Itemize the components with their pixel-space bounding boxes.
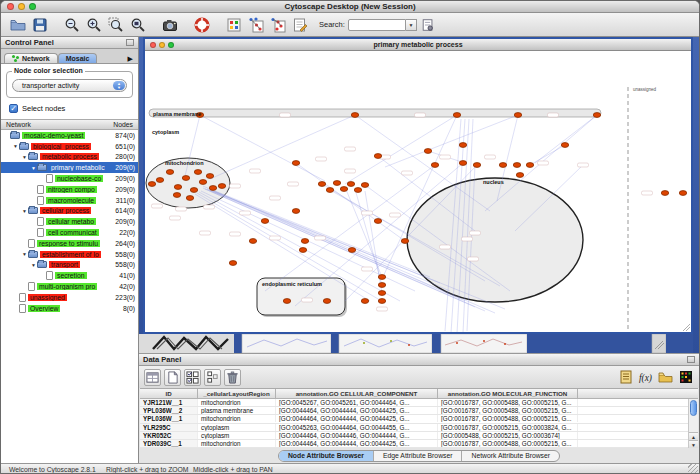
- zoom-selected-icon[interactable]: [105, 15, 127, 35]
- tree-row[interactable]: nitrogen compo209(0): [1, 184, 138, 195]
- column-header[interactable]: annotation.GO CELLULAR_COMPONENT: [276, 389, 438, 398]
- formula-icon[interactable]: f(x): [637, 369, 654, 386]
- graph-node[interactable]: [292, 161, 299, 166]
- graph-node[interactable]: [218, 184, 225, 189]
- graph-node[interactable]: [459, 161, 466, 166]
- scroll-down-icon[interactable]: ▼: [689, 440, 698, 448]
- graph-node[interactable]: [516, 173, 523, 178]
- graph-node[interactable]: [199, 180, 206, 185]
- tab-mosaic[interactable]: Mosaic: [58, 53, 98, 63]
- create-attribute-icon[interactable]: [164, 369, 181, 386]
- graph-node[interactable]: [513, 163, 520, 168]
- zoom-fit-icon[interactable]: [127, 15, 149, 35]
- save-icon[interactable]: [29, 15, 51, 35]
- graph-node[interactable]: [166, 170, 173, 175]
- help-icon[interactable]: [191, 15, 213, 35]
- float-panel-icon[interactable]: [126, 39, 134, 46]
- select-attributes-icon[interactable]: [144, 369, 161, 386]
- graph-node[interactable]: [186, 196, 193, 201]
- graph-node[interactable]: [361, 299, 368, 304]
- graph-node[interactable]: [378, 299, 385, 304]
- graph-node[interactable]: [378, 275, 385, 280]
- graph-node[interactable]: [526, 163, 533, 168]
- graph-node[interactable]: [292, 209, 299, 214]
- search-input[interactable]: [348, 19, 406, 31]
- expand-arrow-icon[interactable]: ▼: [21, 154, 28, 160]
- graph-node[interactable]: [190, 188, 197, 193]
- snapshot-icon[interactable]: [159, 15, 181, 35]
- network-overlay-icon-1[interactable]: [245, 15, 267, 35]
- graph-node[interactable]: [299, 248, 306, 253]
- annotation-icon[interactable]: [289, 15, 311, 35]
- graph-node[interactable]: [453, 113, 460, 118]
- tree-row[interactable]: secretion41(0): [1, 270, 138, 281]
- zoom-in-icon[interactable]: [83, 15, 105, 35]
- graph-node[interactable]: [156, 178, 163, 183]
- graph-node[interactable]: [174, 185, 181, 190]
- delete-attribute-icon[interactable]: [224, 369, 241, 386]
- graph-node[interactable]: [374, 219, 381, 224]
- graph-node[interactable]: [229, 261, 236, 266]
- expand-arrow-icon[interactable]: ▼: [12, 143, 19, 149]
- tree-row[interactable]: ▼primary metabolic209(0): [1, 162, 138, 173]
- graph-node[interactable]: [347, 182, 354, 187]
- graph-node[interactable]: [401, 239, 408, 244]
- graph-node[interactable]: [261, 219, 268, 224]
- tree-row[interactable]: unassigned223(0): [1, 292, 138, 303]
- graph-node[interactable]: [661, 191, 668, 196]
- graph-node[interactable]: [593, 113, 600, 118]
- tab-node-attribute-browser[interactable]: Node Attribute Browser: [279, 451, 374, 461]
- graph-node[interactable]: [182, 176, 189, 181]
- tree-row[interactable]: ▼metabolic process280(0): [1, 152, 138, 163]
- tree-row[interactable]: cell communicat22(0): [1, 227, 138, 238]
- minimize-view-icon[interactable]: [159, 42, 165, 48]
- graph-node[interactable]: [679, 191, 686, 196]
- graph-node[interactable]: [424, 149, 431, 154]
- attribute-matrix-icon[interactable]: [184, 369, 201, 386]
- search-dropdown-icon[interactable]: ▼: [406, 19, 417, 31]
- tree-row[interactable]: mosaic-demo-yeast874(0): [1, 130, 138, 141]
- graph-node[interactable]: [148, 182, 155, 187]
- graph-node[interactable]: [209, 186, 216, 191]
- open-file-icon[interactable]: [7, 15, 29, 35]
- minimize-window-icon[interactable]: [18, 3, 25, 10]
- graph-node[interactable]: [206, 174, 213, 179]
- table-row[interactable]: YPL036W__2plasma membrane[GO:0044464, GO…: [140, 407, 688, 415]
- graph-node[interactable]: [354, 188, 361, 193]
- graph-node[interactable]: [361, 183, 368, 188]
- tree-row[interactable]: ▼establishment of lo558(0): [1, 249, 138, 260]
- tab-overflow-icon[interactable]: ▶: [125, 55, 136, 63]
- graph-node[interactable]: [326, 188, 333, 193]
- node-color-dropdown[interactable]: transporter activity ▲▼: [12, 79, 127, 92]
- graph-node[interactable]: [374, 154, 381, 159]
- resize-grip[interactable]: [688, 464, 698, 474]
- network-canvas[interactable]: plasma membrane cytoplasm mitochondrion …: [145, 51, 691, 332]
- tree-row[interactable]: nucleobase-co209(0): [1, 173, 138, 184]
- table-row[interactable]: YPL036W__1mitochondrion[GO:0044464, GO:0…: [140, 415, 688, 423]
- network-overlay-icon-2[interactable]: [267, 15, 289, 35]
- expand-arrow-icon[interactable]: ▼: [21, 251, 28, 257]
- table-row[interactable]: YDR039C__1mitochondrion[GO:0044464, GO:0…: [140, 440, 688, 448]
- graph-node[interactable]: [301, 239, 308, 244]
- tab-network-attribute-browser[interactable]: Network Attribute Browser: [462, 451, 559, 461]
- expand-arrow-icon[interactable]: ▼: [30, 165, 37, 171]
- attribute-report-icon[interactable]: [617, 369, 634, 386]
- graph-node[interactable]: [378, 291, 385, 296]
- close-view-icon[interactable]: [150, 42, 156, 48]
- graph-node[interactable]: [431, 163, 438, 168]
- scrollbar-thumb[interactable]: [690, 400, 697, 416]
- graph-node[interactable]: [333, 181, 340, 186]
- graph-node[interactable]: [378, 283, 385, 288]
- zoom-view-icon[interactable]: [168, 42, 174, 48]
- graph-node[interactable]: [459, 143, 466, 148]
- graph-node[interactable]: [318, 182, 325, 187]
- graph-node[interactable]: [283, 299, 290, 304]
- table-scrollbar[interactable]: ▲ ▼: [688, 399, 698, 448]
- tree-row[interactable]: ▼cellular process614(0): [1, 206, 138, 217]
- expand-arrow-icon[interactable]: ▼: [21, 208, 28, 214]
- tree-row[interactable]: macromolecule311(0): [1, 195, 138, 206]
- graph-node[interactable]: [514, 113, 521, 118]
- graph-node[interactable]: [351, 113, 358, 118]
- zoom-out-icon[interactable]: [61, 15, 83, 35]
- graph-node[interactable]: [348, 248, 355, 253]
